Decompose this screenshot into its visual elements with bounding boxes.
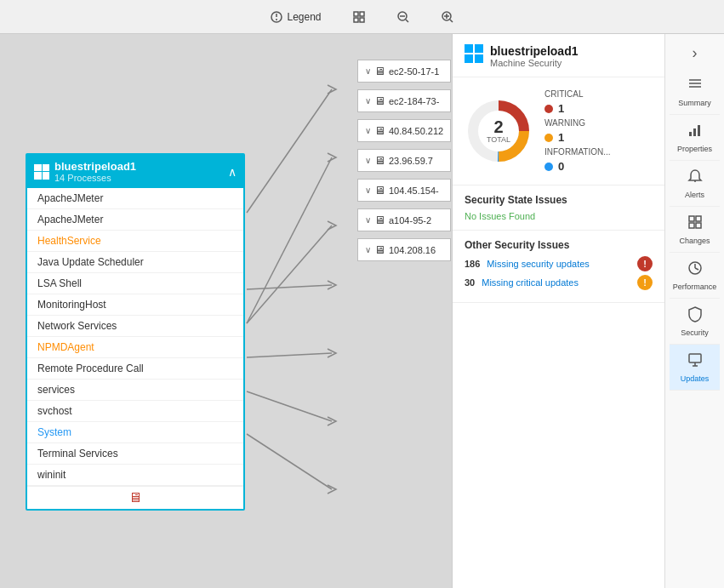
issue-row: 186Missing security updates! [465, 256, 653, 271]
svg-rect-33 [698, 125, 700, 136]
svg-rect-4 [360, 12, 364, 16]
security-state-title: Security State Issues [465, 194, 653, 206]
legend-button[interactable]: Legend [263, 7, 328, 27]
warning-legend: WARNING [544, 118, 611, 128]
remote-node[interactable]: ∨🖥40.84.50.212 [357, 119, 451, 142]
remote-node-label: ec2-184-73- [389, 96, 439, 106]
process-item[interactable]: Remote Procedure Call [27, 358, 243, 380]
node-title: bluestripeload1 [54, 160, 136, 173]
remote-node[interactable]: ∨🖥104.45.154- [357, 179, 451, 202]
panel-win-icon [465, 44, 483, 63]
remote-node[interactable]: ∨🖥23.96.59.7 [357, 149, 451, 172]
warning-label: WARNING [544, 118, 585, 128]
zoom-in-button[interactable] [434, 7, 461, 27]
nav-item-security[interactable]: Security [670, 299, 721, 345]
monitor-icon: 🖥 [128, 490, 142, 505]
remote-node[interactable]: ∨🖥ec2-184-73- [357, 89, 451, 112]
remote-node-collapse-icon: ∨ [365, 245, 371, 254]
issue-link[interactable]: Missing security updates [487, 259, 589, 269]
red-badge-icon: ! [637, 256, 653, 271]
svg-point-2 [276, 19, 277, 20]
zoom-out-button[interactable] [390, 7, 417, 27]
fit-button[interactable] [345, 7, 373, 27]
changes-icon [687, 214, 704, 234]
legend-items: CRITICAL 1 WARNING 1 INFORMATION... [544, 89, 611, 173]
collapse-button[interactable]: ∧ [228, 165, 237, 179]
info-label: INFORMATION... [544, 147, 611, 157]
svg-rect-38 [696, 223, 701, 228]
remote-node[interactable]: ∨🖥a104-95-2 [357, 208, 451, 231]
nav-item-label: Updates [681, 374, 710, 383]
process-item[interactable]: Java Update Scheduler [27, 252, 243, 273]
svg-line-17 [247, 285, 332, 289]
svg-line-8 [406, 20, 408, 22]
nav-item-label: Alerts [685, 191, 704, 199]
nav-item-summary[interactable]: Summary [670, 69, 721, 115]
nav-item-updates[interactable]: Updates [670, 345, 721, 391]
other-issues-list: 186Missing security updates!30Missing cr… [465, 256, 653, 290]
remote-node[interactable]: ∨🖥104.208.16 [357, 238, 451, 261]
remote-node-label: 40.84.50.212 [389, 126, 443, 136]
node-subtitle: 14 Processes [54, 173, 136, 183]
remote-monitor-icon: 🖥 [374, 94, 385, 107]
nav-item-label: Properties [677, 145, 712, 153]
process-item[interactable]: Network Services [27, 316, 243, 337]
content-area: bluestripeload1 14 Processes ∧ ApacheJMe… [0, 34, 724, 588]
issue-link[interactable]: Missing critical updates [482, 277, 579, 288]
process-item[interactable]: svchost [27, 401, 243, 422]
remote-monitor-icon: 🖥 [374, 214, 385, 226]
nav-item-performance[interactable]: Performance [670, 253, 721, 299]
process-list: ApacheJMeterApacheJMeterHealthServiceJav… [27, 188, 243, 486]
svg-rect-3 [354, 12, 358, 16]
process-item[interactable]: NPMDAgent [27, 337, 243, 358]
node-footer: 🖥 [27, 486, 243, 509]
process-item[interactable]: ApacheJMeter [27, 209, 243, 231]
nav-item-alerts[interactable]: Alerts [670, 161, 721, 207]
performance-icon [687, 260, 704, 280]
remote-node-collapse-icon: ∨ [365, 186, 371, 195]
process-item[interactable]: LSA Shell [27, 273, 243, 294]
critical-dot [544, 105, 553, 113]
svg-rect-5 [354, 18, 358, 22]
svg-line-19 [247, 391, 332, 421]
process-item[interactable]: System [27, 422, 243, 443]
other-issues-section: Other Security Issues 186Missing securit… [453, 231, 664, 303]
updates-icon [687, 351, 704, 372]
process-item[interactable]: Terminal Services [27, 443, 243, 465]
svg-line-16 [247, 225, 332, 323]
critical-value: 1 [558, 102, 564, 115]
donut-label: 2 TOTAL [487, 118, 510, 144]
remote-monitor-icon: 🖥 [374, 154, 385, 167]
security-state-section: Security State Issues No Issues Found [453, 186, 664, 231]
svg-line-14 [247, 89, 332, 213]
remote-node-label: a104-95-2 [389, 215, 431, 225]
svg-rect-31 [689, 132, 692, 136]
svg-rect-32 [693, 128, 696, 136]
legend-icon [270, 10, 283, 24]
remote-node[interactable]: ∨🖥ec2-50-17-1 [357, 60, 451, 83]
process-item[interactable]: services [27, 380, 243, 401]
yellow-badge-icon: ! [637, 275, 653, 290]
svg-line-18 [247, 353, 332, 357]
remote-node-label: ec2-50-17-1 [389, 66, 439, 77]
issue-row: 30Missing critical updates! [465, 275, 653, 290]
properties-icon [687, 122, 704, 142]
nav-chevron[interactable]: › [686, 37, 704, 69]
process-item[interactable]: wininit [27, 465, 243, 486]
nav-item-label: Summary [678, 99, 711, 107]
process-item[interactable]: MonitoringHost [27, 294, 243, 316]
remote-node-collapse-icon: ∨ [365, 96, 371, 106]
zoom-in-icon [441, 10, 454, 24]
process-item[interactable]: ApacheJMeter [27, 188, 243, 209]
remote-monitor-icon: 🖥 [374, 124, 385, 137]
nav-item-properties[interactable]: Properties [670, 115, 721, 161]
nav-item-changes[interactable]: Changes [670, 207, 721, 253]
donut-total: 2 [487, 118, 510, 135]
panel-title-group: bluestripeload1 Machine Security [490, 44, 578, 68]
remote-monitor-icon: 🖥 [374, 65, 385, 77]
process-item[interactable]: HealthService [27, 231, 243, 252]
donut-section: 2 TOTAL CRITICAL 1 WARNING 1 [453, 77, 664, 186]
svg-line-20 [247, 434, 332, 489]
nav-item-label: Performance [673, 283, 717, 291]
legend-label: Legend [287, 11, 321, 23]
